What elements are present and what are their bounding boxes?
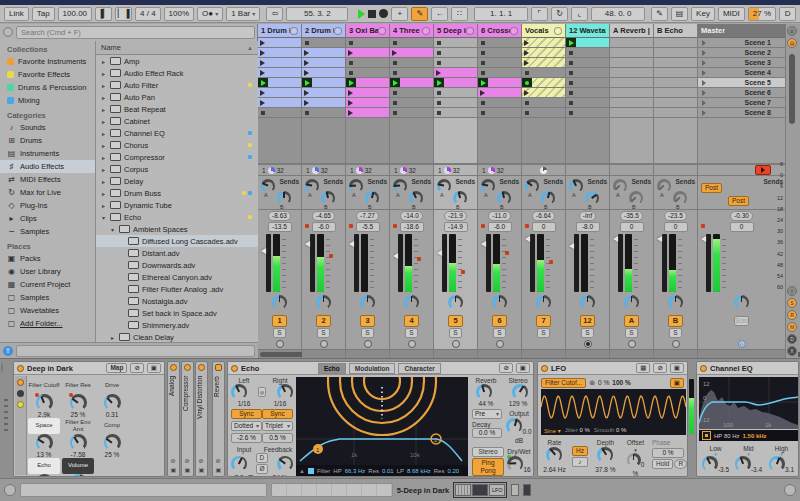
drift-button[interactable]: D	[256, 453, 267, 463]
lfo-mode-button[interactable]: ▣	[670, 378, 684, 388]
left-offset-field[interactable]: -2.6 %	[231, 433, 262, 443]
volume-fader[interactable]	[442, 234, 447, 292]
lfo-wave-menu[interactable]: Sine ▾	[544, 427, 561, 434]
device-chain-overview[interactable]: LFO	[453, 482, 507, 498]
feedback-knob[interactable]	[277, 456, 293, 472]
automation-arm-button[interactable]: ✎	[411, 7, 428, 21]
macro-knob[interactable]	[104, 394, 121, 411]
clip-slot[interactable]	[434, 68, 477, 78]
depth-value[interactable]: 37.8 %	[595, 466, 615, 473]
clip-stop-slot[interactable]	[478, 68, 521, 78]
track-activator-button[interactable]: 1	[272, 315, 287, 327]
chain-view-button[interactable]	[17, 390, 24, 397]
macro-knob[interactable]	[36, 474, 53, 477]
return-empty-slot[interactable]	[654, 48, 697, 58]
volume-fader[interactable]	[706, 234, 711, 292]
send-b-knob[interactable]	[453, 191, 467, 205]
expand-arrow-icon[interactable]: ▸	[109, 334, 116, 341]
clip-stop-icon[interactable]	[569, 101, 573, 105]
mode-ping-pong-button[interactable]: Ping Pong	[472, 458, 504, 476]
scene-launch-icon[interactable]	[702, 90, 706, 96]
clip-stop-slot[interactable]	[478, 58, 521, 68]
fader-handle[interactable]	[701, 236, 706, 242]
arm-button[interactable]: ◌	[672, 340, 680, 348]
browser-list-item[interactable]: ▸Corpus	[96, 163, 258, 175]
track-header[interactable]: 2 Drum Ki	[302, 24, 345, 38]
clip-stop-slot[interactable]	[390, 108, 433, 118]
device-thumb[interactable]	[511, 484, 519, 496]
clip-slot[interactable]	[522, 58, 565, 68]
track-activator-button[interactable]: 4	[404, 315, 419, 327]
lp-freq-value[interactable]: 8.68 kHz	[407, 468, 431, 474]
browser-list-item[interactable]: ▸Chorus	[96, 139, 258, 151]
clip-stop-slot[interactable]	[390, 38, 433, 48]
track-activator-button[interactable]: 12	[580, 315, 595, 327]
expand-arrow-icon[interactable]: ▸	[100, 142, 107, 149]
pan-knob[interactable]	[448, 295, 463, 310]
clip-launch-icon[interactable]	[304, 70, 314, 76]
rate-knob[interactable]	[546, 447, 562, 463]
clip-stop-slot[interactable]	[346, 68, 389, 78]
rate-hz-button[interactable]: Hz	[572, 446, 588, 456]
clip-stop-slot[interactable]	[478, 108, 521, 118]
hp-freq-value[interactable]: 66.3 Hz	[345, 468, 366, 474]
fader-handle[interactable]	[305, 241, 310, 247]
clip-launch-icon[interactable]	[524, 60, 534, 66]
sidebar-item-sounds[interactable]: ♪Sounds	[0, 121, 95, 134]
decay-field[interactable]: 0.0 %	[472, 428, 502, 438]
eq-spectrum-display[interactable]: 120-121001k	[699, 377, 798, 429]
send-a-knob[interactable]	[613, 179, 627, 193]
send-a-knob[interactable]	[261, 179, 275, 193]
clip-stop-slot[interactable]	[390, 58, 433, 68]
volume-field[interactable]: 0	[730, 222, 754, 232]
clip-launch-icon[interactable]	[348, 50, 358, 56]
device-title[interactable]: Channel EQ	[710, 364, 753, 373]
device-view-led[interactable]	[17, 401, 24, 408]
macro-value[interactable]: 0.31	[106, 411, 119, 418]
clip-slot-playing[interactable]	[522, 78, 565, 88]
clip-stop-slot[interactable]	[434, 48, 477, 58]
track-header[interactable]: 1 Drum Ki	[258, 24, 301, 38]
volume-fader[interactable]	[486, 234, 491, 292]
record-quantize-menu[interactable]: O●▾	[197, 7, 223, 21]
macro-knob[interactable]	[36, 434, 53, 451]
send-b-knob[interactable]	[673, 191, 687, 205]
track-header[interactable]: 12 Wavetabl	[566, 24, 609, 38]
h-scroll-track[interactable]	[258, 349, 301, 358]
peak-level-field[interactable]: -8.63	[268, 211, 291, 221]
overview-toggle-icon[interactable]: ≡	[787, 26, 797, 36]
clip-stop-slot[interactable]	[390, 88, 433, 98]
scene-launch-icon[interactable]	[702, 70, 706, 76]
return-empty-slot[interactable]	[610, 88, 653, 98]
send-b-post-button[interactable]: Post	[728, 196, 749, 206]
hot-swap-icon[interactable]: ⊘	[653, 363, 666, 373]
clip-launch-icon[interactable]	[260, 50, 270, 56]
clip-launch-icon[interactable]	[260, 70, 270, 76]
sidebar-item-midi-effects[interactable]: ⇄MIDI Effects	[0, 173, 95, 186]
lfo-min-value[interactable]: 0 %	[598, 379, 609, 386]
info-icon[interactable]: ⇧	[3, 346, 13, 356]
groove-amount-field[interactable]: 100%	[164, 7, 194, 21]
send-a-knob[interactable]	[305, 179, 319, 193]
track-header[interactable]: B Echo	[654, 24, 697, 38]
send-a-knob[interactable]	[525, 179, 539, 193]
clip-launch-icon[interactable]	[304, 100, 314, 106]
save-preset-icon[interactable]: ▣	[670, 363, 684, 373]
macro-value[interactable]: 25 %	[71, 411, 86, 418]
tap-tempo-button[interactable]: Tap	[32, 7, 55, 21]
clip-stop-slot[interactable]	[566, 108, 609, 118]
tab-echo[interactable]: Echo	[318, 363, 346, 374]
pan-knob[interactable]	[316, 295, 331, 310]
browser-list-item[interactable]: ▸Beat Repeat	[96, 103, 258, 115]
clip-slot-playing[interactable]	[566, 38, 609, 48]
macro-value[interactable]: -7.58	[71, 451, 86, 458]
track-activator-button[interactable]: 2	[316, 315, 331, 327]
clip-stop-slot[interactable]	[434, 98, 477, 108]
device-thumb[interactable]	[472, 484, 488, 496]
link-button[interactable]: Link	[4, 7, 29, 21]
jitter-value[interactable]: 0 %	[579, 427, 589, 433]
volume-field[interactable]: 0	[620, 222, 644, 232]
hot-swap-icon[interactable]: ⊘	[130, 363, 143, 373]
clip-stop-icon[interactable]	[481, 111, 485, 115]
tab-character[interactable]: Character	[398, 363, 440, 374]
